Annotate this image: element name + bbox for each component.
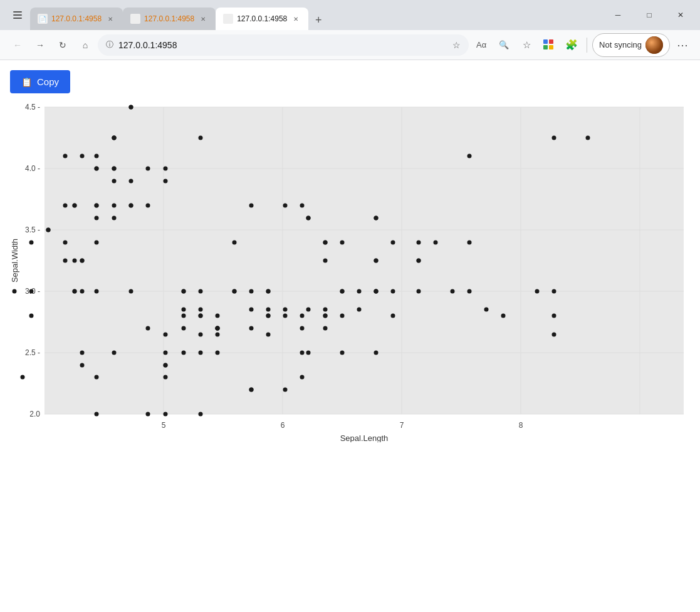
svg-point-110 [182,289,186,294]
tab-close-3[interactable]: ✕ [291,14,301,24]
svg-point-143 [182,314,186,318]
close-button[interactable]: ✕ [666,5,695,25]
svg-point-171 [232,289,237,294]
svg-rect-2 [13,18,22,19]
svg-point-45 [112,216,117,220]
maximize-button[interactable]: □ [635,5,664,25]
svg-point-121 [199,314,203,318]
address-text: 127.0.0.1:4958 [118,40,447,50]
svg-point-43 [112,179,117,184]
svg-point-159 [323,259,328,263]
browser-tab-3[interactable]: 127.0.0.1:4958 ✕ [216,8,308,30]
avatar-image [645,36,663,54]
svg-point-30 [29,314,34,318]
svg-point-40 [199,136,203,140]
svg-point-129 [484,308,489,312]
svg-point-118 [199,308,203,312]
x-tick-8: 8 [519,421,523,430]
svg-point-91 [182,351,186,355]
sidebar-toggle-button[interactable] [5,5,30,25]
svg-point-80 [357,308,362,312]
copy-label: Copy [37,76,59,87]
svg-point-57 [95,241,99,245]
tab-title-2: 127.0.0.1:4958 [144,14,194,23]
svg-point-23 [80,289,85,294]
address-bar[interactable]: ⓘ 127.0.0.1:4958 ☆ [98,34,469,56]
svg-point-158 [300,204,305,208]
svg-point-130 [374,351,379,355]
scatter-plot-svg: 2.0 2.5 - 3.0 - 3.5 - 4.0 - 4.5 - 5 6 7 … [10,101,690,442]
tab-close-2[interactable]: ✕ [198,14,208,24]
browser-tab-1[interactable]: 📄 127.0.0.1:4958 ✕ [30,8,123,30]
y-axis-title: Sepal.Width [10,239,19,283]
svg-point-71 [95,216,99,220]
svg-point-35 [13,289,17,294]
svg-point-49 [146,167,150,171]
svg-point-133 [323,326,328,331]
svg-point-124 [451,289,455,294]
svg-point-47 [95,289,99,294]
svg-point-167 [374,289,379,294]
menu-button[interactable]: ⋯ [672,35,692,55]
extensions-puzzle-button[interactable]: 🧩 [562,35,582,55]
title-bar-right: ─ □ ✕ [603,5,695,25]
minimize-button[interactable]: ─ [603,5,632,25]
svg-point-28 [63,204,68,208]
svg-point-149 [266,289,271,294]
sync-button[interactable]: Not syncing [592,33,670,57]
svg-point-148 [283,314,288,318]
favorites-button[interactable]: ☆ [516,35,536,55]
tabs-area: 📄 127.0.0.1:4958 ✕ 127.0.0.1:4958 ✕ 127.… [30,0,598,30]
tab-favicon-2 [130,14,140,24]
svg-point-32 [129,179,133,184]
translate-button[interactable]: Aα [471,35,491,55]
svg-point-125 [306,308,311,312]
svg-point-94 [306,351,311,355]
star-icon[interactable]: ☆ [452,40,461,50]
svg-point-37 [199,412,203,417]
svg-rect-10 [549,45,553,49]
new-tab-button[interactable]: + [308,10,328,30]
home-button[interactable]: ⌂ [75,35,95,55]
tab-favicon-3 [223,14,233,24]
reload-button[interactable]: ↻ [53,35,73,55]
svg-point-100 [249,308,254,312]
svg-point-68 [112,136,117,140]
nav-right-buttons: Aα 🔍 ☆ 🧩 Not syncing ⋯ [471,33,692,57]
svg-point-107 [249,204,254,208]
svg-point-95 [266,314,271,318]
svg-point-76 [340,314,345,318]
svg-point-131 [468,154,472,158]
svg-point-137 [323,241,328,245]
svg-rect-9 [543,45,548,49]
svg-point-82 [95,412,99,417]
svg-point-52 [73,259,77,263]
extensions-button[interactable] [539,35,559,55]
svg-point-134 [391,289,395,294]
browser-tab-2[interactable]: 127.0.0.1:4958 ✕ [123,8,216,30]
svg-point-75 [164,375,168,380]
svg-point-112 [164,333,168,337]
svg-point-127 [535,289,540,294]
nav-bar: ← → ↻ ⌂ ⓘ 127.0.0.1:4958 ☆ Aα 🔍 ☆ 🧩 [0,30,700,60]
tab-close-1[interactable]: ✕ [105,14,115,24]
svg-point-67 [73,289,77,294]
zoom-button[interactable]: 🔍 [494,35,514,55]
svg-point-64 [29,241,34,245]
x-tick-5: 5 [162,421,166,430]
svg-point-152 [501,314,506,318]
back-button[interactable]: ← [8,35,28,55]
copy-button[interactable]: 📋 Copy [10,70,70,93]
svg-point-50 [146,204,150,208]
svg-point-120 [112,351,117,355]
forward-button[interactable]: → [30,35,50,55]
svg-point-155 [300,314,305,318]
svg-rect-1 [13,14,22,16]
copy-icon: 📋 [21,77,32,87]
y-tick-35: 3.5 - [25,226,40,234]
avatar [645,36,663,54]
divider [587,38,587,53]
svg-point-141 [249,388,254,392]
svg-point-51 [46,228,51,232]
svg-point-98 [391,314,395,318]
